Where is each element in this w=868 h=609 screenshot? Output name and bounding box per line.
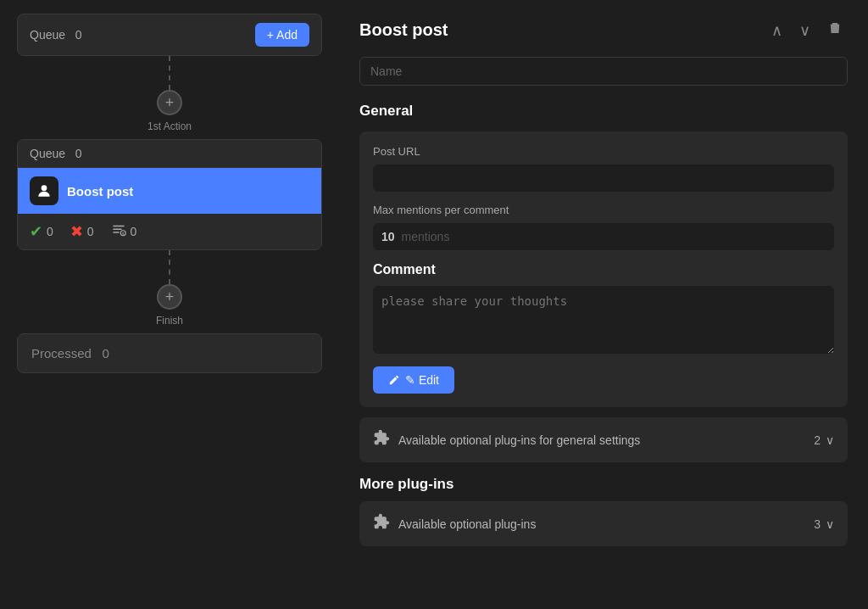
success-count: 0 — [47, 225, 53, 238]
svg-rect-3 — [113, 232, 120, 233]
puzzle-icon-2 — [373, 513, 390, 534]
processed-label: Processed — [31, 346, 92, 360]
chevron-up-button[interactable]: ∧ — [766, 18, 787, 43]
queue-stat-count: 0 — [131, 225, 137, 238]
action-queue-bar: Queue 0 — [18, 140, 321, 168]
plugin-left: Available optional plug-ins for general … — [373, 429, 640, 450]
add-node-circle-2[interactable]: + — [157, 284, 182, 310]
mentions-placeholder-text: mentions — [402, 230, 450, 243]
check-icon: ✔ — [30, 222, 42, 241]
action-queue-count: 0 — [75, 147, 82, 160]
stat-queue: $ 0 — [111, 222, 137, 241]
comment-title: Comment — [373, 262, 834, 277]
svg-rect-1 — [113, 226, 125, 227]
top-queue-label: Queue 0 — [30, 28, 82, 42]
add-symbol: + — [165, 94, 175, 112]
processed-count: 0 — [102, 346, 108, 360]
queue-icon: $ — [111, 222, 126, 241]
connector-line-2 — [169, 250, 170, 284]
name-input[interactable] — [359, 57, 848, 86]
connector-line-1 — [169, 56, 170, 90]
svg-rect-2 — [113, 229, 122, 231]
general-settings-card: Post URL Max mentions per comment 10 men… — [359, 131, 848, 407]
boost-post-label: Boost post — [67, 184, 133, 198]
queue-text: Queue — [30, 28, 65, 42]
svg-text:$: $ — [121, 232, 124, 237]
chevron-down-icon: ∨ — [826, 433, 834, 447]
more-plugins-title: More plug-ins — [359, 476, 848, 493]
comment-textarea[interactable] — [373, 286, 834, 354]
panel-header: Boost post ∧ ∨ — [359, 17, 848, 43]
general-section-title: General — [359, 103, 848, 120]
general-plugins-label: Available optional plug-ins for general … — [398, 433, 640, 447]
chevron-down-button[interactable]: ∨ — [794, 18, 815, 43]
more-plugin-right: 3 ∨ — [814, 517, 834, 531]
mentions-value: 10 — [381, 230, 395, 243]
edit-label: ✎ Edit — [405, 373, 439, 387]
finish-label: Finish — [156, 315, 183, 327]
boost-post-icon — [30, 176, 58, 205]
chevron-down-icon-2: ∨ — [826, 517, 834, 531]
action-queue-label: Queue — [30, 147, 65, 160]
left-panel: Queue 0 + Add + 1st Action Queue 0 Boos — [0, 0, 339, 609]
queue-count: 0 — [75, 28, 82, 42]
top-queue-bar: Queue 0 + Add — [17, 14, 322, 56]
post-url-input[interactable] — [373, 165, 834, 192]
general-plugins-section[interactable]: Available optional plug-ins for general … — [359, 417, 848, 462]
boost-post-item[interactable]: Boost post — [18, 168, 321, 214]
plugin-right: 2 ∨ — [814, 433, 834, 447]
add-button[interactable]: + Add — [255, 23, 309, 47]
svg-point-0 — [42, 185, 47, 191]
puzzle-icon — [373, 429, 390, 450]
action-block: Queue 0 Boost post ✔ 0 ✖ 0 — [17, 139, 322, 250]
max-mentions-label: Max mentions per comment — [373, 204, 834, 216]
add-node-circle-1[interactable]: + — [157, 90, 182, 115]
post-url-label: Post URL — [373, 145, 834, 158]
panel-title: Boost post — [359, 20, 448, 40]
more-plugin-left: Available optional plug-ins — [373, 513, 536, 534]
more-plugins-count: 3 — [814, 517, 821, 531]
stat-success: ✔ 0 — [30, 222, 53, 241]
error-count: 0 — [87, 225, 94, 238]
general-plugins-count: 2 — [814, 433, 821, 447]
action-label: 1st Action — [147, 120, 192, 132]
more-plugins-label: Available optional plug-ins — [398, 517, 536, 531]
stat-error: ✖ 0 — [70, 222, 94, 241]
mentions-row: 10 mentions — [373, 223, 834, 250]
action-stats: ✔ 0 ✖ 0 $ 0 — [18, 214, 321, 249]
right-panel: Boost post ∧ ∨ General Post URL Max ment… — [339, 0, 868, 609]
more-plugins-section[interactable]: Available optional plug-ins 3 ∨ — [359, 501, 848, 546]
add-symbol-2: + — [165, 288, 175, 306]
edit-button[interactable]: ✎ Edit — [373, 366, 454, 394]
processed-bar: Processed 0 — [17, 333, 322, 373]
x-icon: ✖ — [70, 222, 83, 241]
delete-button[interactable] — [822, 17, 848, 43]
header-actions: ∧ ∨ — [766, 17, 848, 43]
